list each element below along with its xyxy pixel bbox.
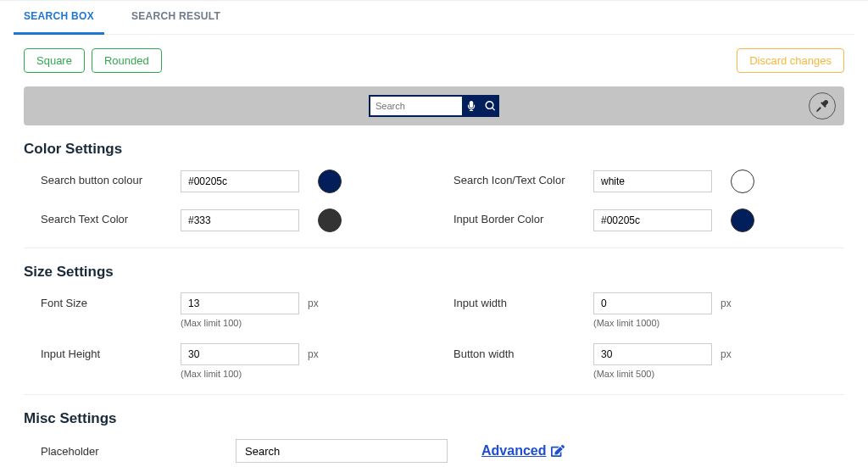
swatch-search-text-color[interactable] xyxy=(318,208,342,232)
mic-icon xyxy=(467,101,476,111)
search-icon xyxy=(485,101,495,111)
tab-search-box[interactable]: SEARCH BOX xyxy=(14,1,104,35)
label-search-button-colour: Search button colour xyxy=(41,170,172,186)
hint-font-size: (Max limit 100) xyxy=(181,318,319,328)
tab-search-result[interactable]: SEARCH RESULT xyxy=(121,1,231,35)
label-input-height: Input Height xyxy=(41,343,172,360)
hint-button-width: (Max limit 500) xyxy=(593,369,732,379)
label-input-border-color: Input Border Color xyxy=(453,208,585,225)
square-button[interactable]: Square xyxy=(24,48,85,73)
label-search-text-color: Search Text Color xyxy=(41,208,172,225)
preview-search-input[interactable] xyxy=(369,95,462,117)
tabs: SEARCH BOX SEARCH RESULT xyxy=(14,1,854,35)
unit-input-width: px xyxy=(721,297,732,309)
input-placeholder[interactable] xyxy=(236,439,448,463)
swatch-input-border-color[interactable] xyxy=(731,208,754,232)
eyedropper-icon xyxy=(816,100,828,112)
input-input-height[interactable] xyxy=(181,343,299,365)
input-input-border-color[interactable] xyxy=(593,209,712,231)
color-settings-heading: Color Settings xyxy=(24,141,844,158)
hint-input-width: (Max limit 1000) xyxy=(593,318,732,328)
misc-settings-heading: Misc Settings xyxy=(24,410,844,427)
search-preview-bar xyxy=(24,86,844,125)
unit-input-height: px xyxy=(308,348,319,360)
eyedropper-button[interactable] xyxy=(809,92,836,120)
hint-input-height: (Max limit 100) xyxy=(181,369,319,379)
label-search-icon-text-color: Search Icon/Text Color xyxy=(453,170,585,186)
label-input-width: Input width xyxy=(453,292,585,309)
unit-font-size: px xyxy=(308,297,319,309)
label-font-size: Font Size xyxy=(41,292,172,309)
swatch-search-icon-text-color[interactable] xyxy=(731,170,754,193)
edit-icon xyxy=(551,444,565,458)
input-search-text-color[interactable] xyxy=(181,209,299,231)
input-search-icon-text-color[interactable] xyxy=(593,170,712,192)
unit-button-width: px xyxy=(721,348,732,360)
mic-button[interactable] xyxy=(462,95,481,117)
advanced-link-text: Advanced xyxy=(481,443,546,459)
input-search-button-colour[interactable] xyxy=(181,170,299,192)
advanced-link[interactable]: Advanced xyxy=(481,443,565,459)
swatch-search-button-colour[interactable] xyxy=(318,170,342,193)
search-widget xyxy=(369,95,499,117)
input-button-width[interactable] xyxy=(593,343,712,365)
search-button[interactable] xyxy=(481,95,499,117)
input-input-width[interactable] xyxy=(593,292,712,314)
discard-changes-button[interactable]: Discard changes xyxy=(737,48,844,73)
label-button-width: Button width xyxy=(453,343,585,360)
input-font-size[interactable] xyxy=(181,292,299,314)
rounded-button[interactable]: Rounded xyxy=(92,48,162,73)
size-settings-heading: Size Settings xyxy=(24,264,844,281)
label-placeholder: Placeholder xyxy=(41,445,202,458)
